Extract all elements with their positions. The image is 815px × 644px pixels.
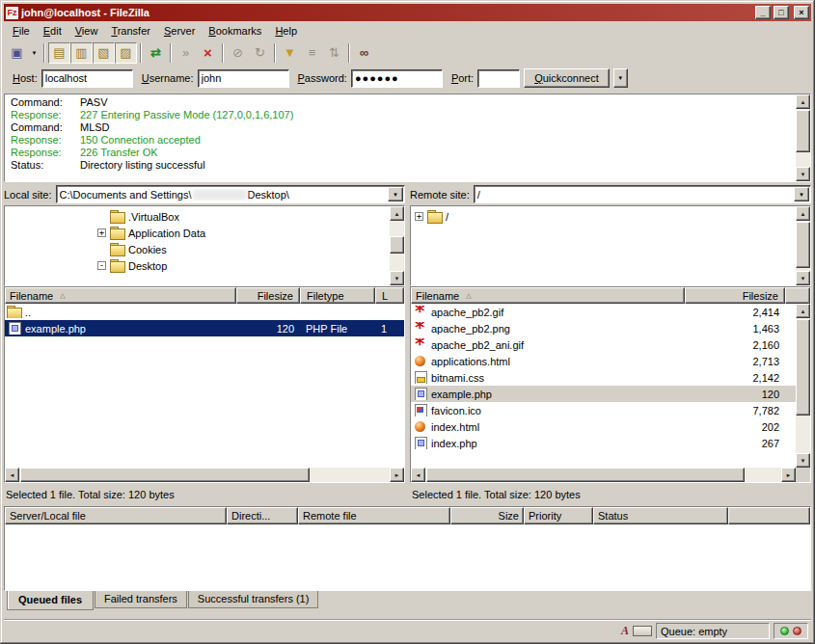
tree-item-cookies[interactable]: Cookies — [5, 241, 390, 257]
minimize-button[interactable]: _ — [755, 6, 771, 19]
menu-item-help[interactable]: Help — [268, 23, 304, 39]
tree-item-virtualbox[interactable]: .VirtualBox — [5, 208, 390, 225]
scroll-thumb[interactable] — [426, 468, 745, 482]
filesize-column-header[interactable]: Filesize — [236, 287, 300, 304]
host-input[interactable] — [41, 69, 133, 88]
scroll-thumb[interactable] — [796, 222, 810, 268]
menu-item-file[interactable]: File — [6, 23, 37, 39]
cancel-button[interactable]: × — [197, 42, 219, 64]
filesize-column-header[interactable]: Filesize — [685, 287, 785, 304]
scroll-thumb[interactable] — [20, 468, 310, 482]
quickconnect-dropdown-button[interactable]: ▼ — [613, 68, 628, 88]
local-list-hscrollbar[interactable]: ◄ ► — [5, 468, 404, 482]
file-row[interactable]: apache_pb2.png1,463 — [411, 320, 796, 336]
tab-queued-files[interactable]: Queued files — [7, 591, 94, 610]
quickconnect-button[interactable]: Quickconnect — [524, 68, 610, 88]
port-input[interactable] — [477, 69, 520, 88]
local-tree-scrollbar[interactable]: ▲ ▼ — [390, 206, 404, 285]
scroll-track[interactable] — [390, 221, 404, 271]
scroll-thumb[interactable] — [390, 236, 404, 254]
close-button[interactable]: × — [794, 6, 809, 19]
scroll-up-icon[interactable]: ▲ — [390, 206, 404, 221]
direction-column-header[interactable]: Directi... — [227, 507, 298, 524]
scroll-down-icon[interactable]: ▼ — [796, 271, 810, 285]
scroll-right-icon[interactable]: ► — [390, 468, 404, 482]
toggle-queue-button[interactable]: ▨ — [115, 42, 137, 64]
filter-button[interactable]: ▼ — [279, 42, 301, 64]
file-row[interactable]: apache_pb2.gif2,414 — [411, 304, 796, 320]
priority-column-header[interactable]: Priority — [524, 507, 593, 524]
toggle-remote-tree-button[interactable]: ▧ — [93, 42, 115, 64]
tab-successful-transfers[interactable]: Successful transfers (1) — [188, 591, 319, 608]
local-path-value[interactable]: C:\Documents and Settings\Desktop\ — [57, 189, 388, 201]
remote-path-value[interactable]: / — [475, 189, 794, 201]
find-files-button[interactable]: ∞ — [353, 42, 375, 64]
scroll-down-icon[interactable]: ▼ — [796, 453, 810, 468]
scroll-up-icon[interactable]: ▲ — [796, 206, 810, 221]
titlebar[interactable]: Fz john@localhost - FileZilla _ □ × — [4, 4, 811, 21]
scroll-track[interactable] — [19, 468, 390, 482]
status-column-header[interactable]: Status — [593, 507, 728, 524]
tree-item-application-data[interactable]: +Application Data — [5, 225, 390, 241]
scroll-up-icon[interactable]: ▲ — [796, 304, 810, 318]
toggle-message-log-button[interactable]: ▤ — [48, 42, 70, 64]
last-modified-column-header[interactable]: L — [375, 287, 404, 304]
filezilla-logo-icon[interactable]: Fz — [6, 7, 18, 19]
maximize-button[interactable]: □ — [774, 6, 789, 19]
scroll-track[interactable] — [796, 109, 810, 167]
scroll-up-icon[interactable]: ▲ — [796, 94, 810, 109]
file-row[interactable]: index.html202 — [411, 418, 796, 435]
scroll-left-icon[interactable]: ◄ — [5, 468, 19, 482]
filename-column-header[interactable]: Filename△ — [5, 287, 236, 304]
toggle-local-tree-button[interactable]: ▥ — [70, 42, 93, 64]
expander-icon[interactable]: + — [97, 228, 106, 237]
tree-item-root[interactable]: +/ — [411, 208, 796, 225]
username-input[interactable] — [198, 69, 289, 88]
remote-tree-scrollbar[interactable]: ▲ ▼ — [796, 206, 810, 285]
site-manager-button[interactable]: ▣ — [6, 42, 28, 64]
scroll-down-icon[interactable]: ▼ — [390, 271, 404, 285]
file-row[interactable]: applications.html2,713 — [411, 353, 796, 369]
file-row-example-php[interactable]: example.php120 — [411, 386, 796, 402]
scroll-thumb[interactable] — [796, 319, 810, 416]
filesize-cell: 1,463 — [685, 323, 785, 335]
scroll-thumb[interactable] — [796, 110, 810, 152]
server-local-file-column-header[interactable]: Server/Local file — [5, 507, 227, 524]
size-column-header[interactable]: Size — [450, 507, 524, 524]
scroll-left-icon[interactable]: ◄ — [411, 468, 425, 482]
filetype-column-header[interactable]: Filetype — [300, 287, 375, 304]
log-prefix: Response: — [11, 147, 80, 159]
scroll-track[interactable] — [425, 468, 781, 482]
remote-path-dropdown-button[interactable]: ▼ — [794, 187, 809, 201]
log-scrollbar[interactable]: ▲ ▼ — [796, 94, 810, 181]
remote-list-hscrollbar[interactable]: ◄ ► — [411, 468, 796, 482]
scroll-track[interactable] — [796, 318, 810, 453]
menu-item-server[interactable]: Server — [157, 23, 202, 39]
scroll-track[interactable] — [796, 221, 810, 271]
scroll-right-icon[interactable]: ► — [781, 468, 796, 482]
expander-icon[interactable]: - — [97, 261, 106, 270]
filesize-cell: 2,160 — [685, 339, 785, 351]
file-row[interactable]: favicon.ico7,782 — [411, 402, 796, 418]
menu-item-bookmarks[interactable]: Bookmarks — [202, 23, 268, 39]
tree-item-desktop[interactable]: -Desktop — [5, 257, 390, 274]
menu-item-view[interactable]: View — [68, 23, 105, 39]
filename-column-header[interactable]: Filename△ — [411, 287, 685, 304]
file-row[interactable]: bitnami.css2,142 — [411, 369, 796, 386]
expander-icon[interactable]: + — [415, 212, 423, 221]
password-input[interactable] — [351, 69, 443, 88]
file-row[interactable]: apache_pb2_ani.gif2,160 — [411, 336, 796, 353]
site-manager-dropdown-button[interactable]: ▼ — [28, 42, 41, 64]
file-row[interactable]: index.php267 — [411, 435, 796, 451]
file-row-example-php[interactable]: example.php120PHP File1 — [5, 320, 404, 336]
remote-file-column-header[interactable]: Remote file — [298, 507, 450, 524]
menu-item-transfer[interactable]: Transfer — [104, 23, 157, 39]
chevron-down-icon: ▼ — [32, 50, 38, 56]
tab-failed-transfers[interactable]: Failed transfers — [95, 591, 187, 608]
file-row-parent-dir[interactable]: .. — [5, 304, 404, 320]
remote-list-scrollbar[interactable]: ▲ ▼ — [796, 304, 810, 468]
refresh-button[interactable]: ⇄ — [145, 42, 167, 64]
local-path-dropdown-button[interactable]: ▼ — [388, 187, 403, 201]
scroll-down-icon[interactable]: ▼ — [796, 167, 810, 181]
menu-item-edit[interactable]: Edit — [37, 23, 68, 39]
